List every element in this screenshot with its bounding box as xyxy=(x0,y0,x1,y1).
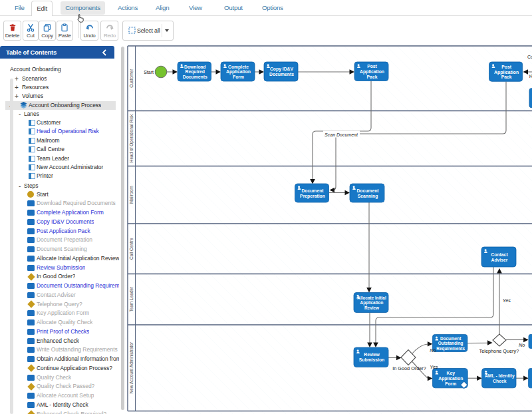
svg-text:Team Leader: Team Leader xyxy=(129,286,134,312)
svg-text:No: No xyxy=(430,347,436,353)
svg-text:Copy ID&VDocuments: Copy ID&VDocuments xyxy=(269,67,294,77)
svg-text:DocumentScanning: DocumentScanning xyxy=(356,188,379,199)
svg-text:DocumentOutstandingRequirement: DocumentOutstandingRequirements xyxy=(436,336,465,351)
svg-text:Co: Co xyxy=(527,55,532,59)
svg-text:In Good Order?: In Good Order? xyxy=(392,365,426,371)
svg-text:Scan Document: Scan Document xyxy=(325,132,358,137)
svg-text:Customer: Customer xyxy=(129,69,134,88)
svg-text:Mailroom: Mailroom xyxy=(129,186,134,204)
svg-text:ContactAdviser: ContactAdviser xyxy=(491,252,508,262)
svg-text:DownloadRequiredDocuments: DownloadRequiredDocuments xyxy=(183,65,207,80)
svg-text:Yes: Yes xyxy=(529,73,532,79)
svg-text:Call Centre: Call Centre xyxy=(129,238,134,260)
svg-text:Start: Start xyxy=(144,70,154,75)
svg-text:Yes: Yes xyxy=(503,298,511,304)
svg-text:Head of Operational Risk: Head of Operational Risk xyxy=(129,114,134,162)
svg-text:Yes: Yes xyxy=(430,364,438,370)
svg-text:Telephone Query?: Telephone Query? xyxy=(479,348,519,354)
svg-text:DocumentPreperation: DocumentPreperation xyxy=(300,188,325,199)
svg-text:No: No xyxy=(519,342,525,348)
svg-text:New Account Administrator: New Account Administrator xyxy=(129,341,134,394)
